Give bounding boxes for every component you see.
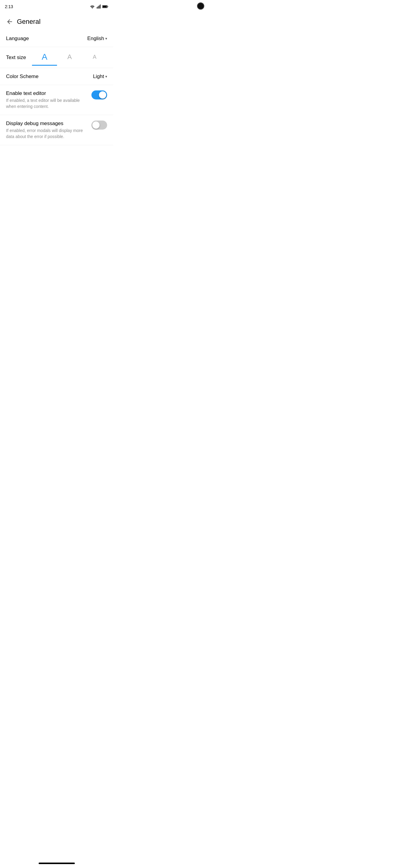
enable-text-editor-row: Enable text editor If enabled, a text ed…	[0, 85, 113, 115]
language-value-text: English	[87, 36, 104, 41]
svg-rect-7	[103, 6, 107, 7]
text-size-large-letter: A	[41, 52, 47, 62]
display-debug-messages-text: Display debug messages If enabled, error…	[6, 121, 88, 140]
color-scheme-value[interactable]: Light ▾	[93, 73, 107, 80]
svg-rect-3	[99, 5, 99, 9]
text-size-medium-letter: A	[67, 53, 72, 61]
color-scheme-row[interactable]: Color Scheme Light ▾	[0, 68, 113, 85]
back-button[interactable]	[4, 16, 16, 28]
display-debug-messages-desc: If enabled, error modals will display mo…	[6, 128, 88, 140]
svg-rect-2	[98, 6, 98, 9]
page-title: General	[17, 18, 40, 26]
display-debug-messages-row: Display debug messages If enabled, error…	[0, 115, 113, 145]
display-debug-messages-thumb	[92, 121, 99, 129]
status-bar: 2:13	[0, 0, 113, 13]
toolbar: General	[0, 13, 113, 30]
enable-text-editor-thumb	[99, 91, 106, 98]
language-row[interactable]: Language English ▾	[0, 30, 113, 47]
text-size-small-option[interactable]: A	[82, 49, 107, 66]
language-chevron-icon: ▾	[105, 36, 107, 41]
text-size-options: A A A	[32, 49, 107, 66]
display-debug-messages-toggle[interactable]	[91, 121, 107, 130]
enable-text-editor-title: Enable text editor	[6, 90, 88, 96]
color-scheme-label: Color Scheme	[6, 73, 39, 80]
language-label: Language	[6, 36, 29, 41]
text-size-row: Text size A A A	[0, 47, 113, 68]
enable-text-editor-desc: If enabled, a text editor will be availa…	[6, 98, 88, 110]
text-size-medium-option[interactable]: A	[57, 49, 82, 66]
text-size-label: Text size	[6, 55, 26, 61]
svg-rect-4	[100, 4, 101, 8]
enable-text-editor-text: Enable text editor If enabled, a text ed…	[6, 90, 88, 110]
status-time: 2:13	[5, 4, 13, 9]
status-icons	[90, 4, 108, 9]
color-scheme-chevron-icon: ▾	[105, 74, 107, 79]
language-value[interactable]: English ▾	[87, 36, 107, 41]
display-debug-messages-title: Display debug messages	[6, 121, 88, 127]
svg-rect-1	[97, 7, 97, 8]
svg-rect-6	[107, 6, 108, 7]
enable-text-editor-toggle[interactable]	[91, 90, 107, 99]
color-scheme-value-text: Light	[93, 73, 104, 80]
text-size-large-option[interactable]: A	[32, 49, 57, 66]
battery-icon	[102, 5, 108, 8]
back-arrow-icon	[6, 18, 13, 25]
text-size-small-letter: A	[93, 54, 96, 60]
wifi-icon	[90, 4, 95, 9]
signal-icon	[96, 4, 101, 9]
settings-content: Language English ▾ Text size A A A Color…	[0, 30, 113, 145]
